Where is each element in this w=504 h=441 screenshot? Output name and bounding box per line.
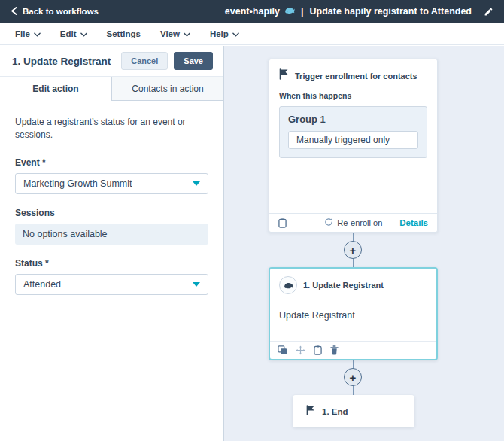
cancel-button[interactable]: Cancel <box>121 52 168 70</box>
flag-icon <box>306 405 315 418</box>
reenroll-toggle[interactable]: Re-enroll on <box>324 217 382 228</box>
event-select-value: Marketing Growth Summit <box>23 178 132 189</box>
trigger-footer: Re-enroll on Details <box>269 213 437 232</box>
hapily-app-icon <box>279 276 297 294</box>
menu-file-label: File <box>15 29 30 38</box>
panel-title: 1. Update Registrant <box>12 56 111 67</box>
status-select[interactable]: Attended <box>15 274 208 295</box>
trigger-card[interactable]: Trigger enrollment for contacts When thi… <box>269 59 438 233</box>
action-summary: Update Registrant <box>270 303 436 321</box>
trigger-title: Trigger enrollment for contacts <box>295 71 417 81</box>
action-description: Update a registrant’s status for an even… <box>15 116 208 142</box>
chevron-left-icon <box>11 7 17 17</box>
panel-tabs: Edit action Contacts in action <box>0 77 223 101</box>
event-field-group: Event * Marketing Growth Summit <box>15 157 208 194</box>
add-action-button[interactable]: + <box>344 368 362 386</box>
chevron-down-icon <box>34 29 41 38</box>
duplicate-icon[interactable] <box>278 345 287 355</box>
add-action-button[interactable]: + <box>344 241 362 259</box>
status-field-group: Status * Attended <box>15 258 208 295</box>
menu-edit[interactable]: Edit <box>60 29 87 38</box>
tab-contacts-in-action[interactable]: Contacts in action <box>111 77 223 101</box>
menu-view-label: View <box>160 29 180 38</box>
menubar: File Edit Settings View Help <box>0 23 504 45</box>
menu-edit-label: Edit <box>60 29 77 38</box>
move-icon[interactable] <box>296 345 305 355</box>
save-button[interactable]: Save <box>174 52 213 70</box>
workflow-name: Update hapily registrant to Attended <box>309 6 472 17</box>
brand-name: event•hapily <box>225 6 280 17</box>
sessions-disabled-field: No options available <box>15 224 208 245</box>
group-title: Group 1 <box>288 114 418 125</box>
chevron-down-icon <box>232 29 239 38</box>
back-label: Back to workflows <box>23 7 99 16</box>
status-label: Status * <box>15 258 208 269</box>
group-filter-value[interactable]: Manually triggered only <box>288 131 418 149</box>
menu-file[interactable]: File <box>15 29 41 38</box>
chevron-down-icon <box>184 29 190 38</box>
clipboard-icon[interactable] <box>314 345 322 355</box>
workflow-canvas: Trigger enrollment for contacts When thi… <box>224 46 504 441</box>
menu-settings-label: Settings <box>107 29 141 38</box>
menu-help[interactable]: Help <box>210 29 239 38</box>
when-this-happens-label: When this happens <box>279 91 427 100</box>
clipboard-icon[interactable] <box>278 218 287 228</box>
menu-view[interactable]: View <box>160 29 190 38</box>
refresh-icon <box>324 217 333 228</box>
panel-content: Update a registrant’s status for an even… <box>0 101 223 324</box>
sessions-field-group: Sessions No options available <box>15 208 208 245</box>
panel-header: 1. Update Registrant Cancel Save <box>0 46 223 77</box>
workflow-title: event•hapily | Update hapily registrant … <box>225 6 493 17</box>
action-card-update-registrant[interactable]: 1. Update Registrant Update Registrant <box>269 267 438 360</box>
caret-down-icon <box>193 181 200 186</box>
title-separator: | <box>301 6 304 17</box>
workflow-editor: Back to workflows event•hapily | Update … <box>0 0 504 441</box>
details-link[interactable]: Details <box>390 214 437 232</box>
tab-edit-action[interactable]: Edit action <box>0 77 111 101</box>
end-card[interactable]: 1. End <box>293 395 414 427</box>
menu-help-label: Help <box>210 29 229 38</box>
action-editor-panel: 1. Update Registrant Cancel Save Edit ac… <box>0 46 224 441</box>
whale-icon <box>284 6 295 17</box>
trash-icon[interactable] <box>330 345 339 355</box>
end-title: 1. End <box>322 407 348 416</box>
event-select[interactable]: Marketing Growth Summit <box>15 173 208 194</box>
trigger-group: Group 1 Manually triggered only <box>279 106 427 158</box>
pencil-icon[interactable] <box>484 7 493 17</box>
reenroll-label: Re-enroll on <box>337 218 382 227</box>
action-title: 1. Update Registrant <box>303 281 384 290</box>
event-label: Event * <box>15 157 208 168</box>
caret-down-icon <box>193 282 200 287</box>
action-footer <box>270 341 436 359</box>
back-to-workflows-link[interactable]: Back to workflows <box>11 7 99 17</box>
sessions-label: Sessions <box>15 208 208 218</box>
sessions-value: No options available <box>23 229 108 239</box>
status-select-value: Attended <box>23 279 61 290</box>
flag-icon <box>279 68 289 83</box>
menu-settings[interactable]: Settings <box>107 29 141 38</box>
chevron-down-icon <box>80 29 87 38</box>
topbar: Back to workflows event•hapily | Update … <box>0 0 504 23</box>
